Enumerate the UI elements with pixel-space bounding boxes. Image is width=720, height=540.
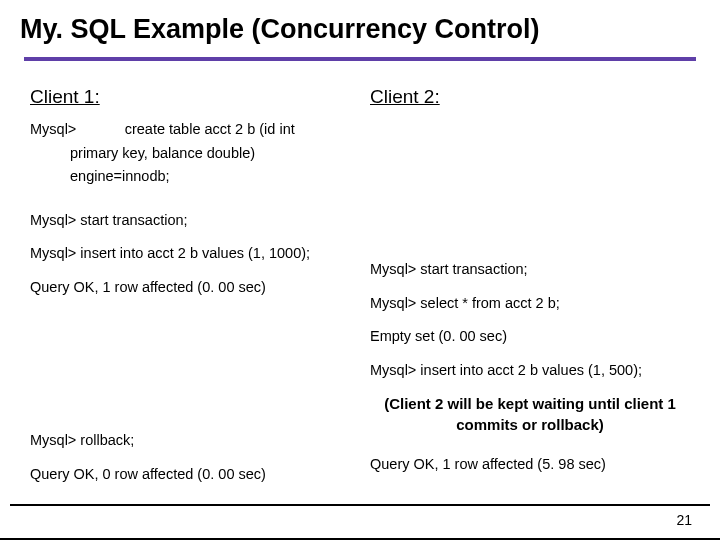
- client1-column: Client 1: Mysql> create table acct 2 b (…: [30, 86, 350, 502]
- client1-heading: Client 1:: [30, 86, 350, 108]
- client2-heading: Client 2:: [370, 86, 690, 108]
- spacer: [370, 435, 690, 455]
- client1-query-ok2: Query OK, 0 row affected (0. 00 sec): [30, 465, 350, 485]
- slide-body: Client 1: Mysql> create table acct 2 b (…: [30, 86, 690, 502]
- spacer: [370, 220, 690, 240]
- title-wrap: My. SQL Example (Concurrency Control): [0, 0, 720, 51]
- spacer: [370, 284, 690, 294]
- client1-create-line1: Mysql> create table acct 2 b (id int: [30, 120, 350, 140]
- spacer: [370, 351, 690, 361]
- spacer: [370, 200, 690, 220]
- spacer: [370, 120, 690, 200]
- client1-insert: Mysql> insert into acct 2 b values (1, 1…: [30, 244, 350, 264]
- slide-title: My. SQL Example (Concurrency Control): [20, 14, 700, 45]
- client1-start-tx: Mysql> start transaction;: [30, 211, 350, 231]
- bottom-rule: [10, 504, 710, 506]
- client2-insert: Mysql> insert into acct 2 b values (1, 5…: [370, 361, 690, 381]
- spacer: [30, 301, 350, 431]
- title-rule: [24, 57, 696, 61]
- spacer: [30, 191, 350, 211]
- client2-empty-set: Empty set (0. 00 sec): [370, 327, 690, 347]
- spacer: [30, 268, 350, 278]
- client1-create-line2: primary key, balance double): [30, 144, 350, 164]
- client2-select: Mysql> select * from acct 2 b;: [370, 294, 690, 314]
- client2-query-ok: Query OK, 1 row affected (5. 98 sec): [370, 455, 690, 475]
- client2-start-tx: Mysql> start transaction;: [370, 260, 690, 280]
- spacer: [30, 234, 350, 244]
- slide: My. SQL Example (Concurrency Control) Cl…: [0, 0, 720, 540]
- client1-query-ok1: Query OK, 1 row affected (0. 00 sec): [30, 278, 350, 298]
- spacer: [30, 455, 350, 465]
- client1-create-line3: engine=innodb;: [30, 167, 350, 187]
- spacer: [370, 240, 690, 260]
- slide-number: 21: [676, 512, 692, 528]
- client1-rollback: Mysql> rollback;: [30, 431, 350, 451]
- client2-column: Client 2: Mysql> start transaction; Mysq…: [370, 86, 690, 502]
- client2-wait-note: (Client 2 will be kept waiting until cli…: [370, 394, 690, 435]
- spacer: [370, 317, 690, 327]
- spacer: [370, 384, 690, 394]
